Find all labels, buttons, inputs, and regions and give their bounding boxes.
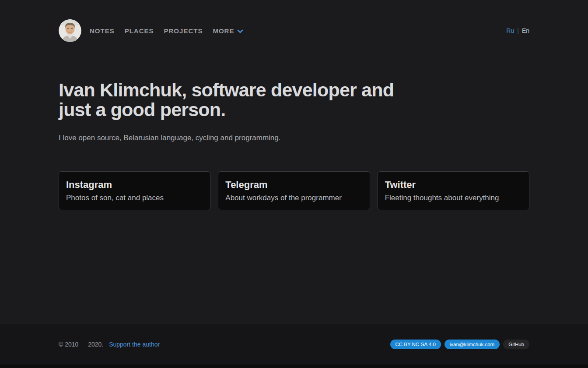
card-title: Instagram <box>66 179 203 191</box>
main-nav: NOTES PLACES PROJECTS MORE <box>90 27 243 35</box>
lang-separator: | <box>517 27 519 34</box>
lang-current-en[interactable]: En <box>522 27 529 34</box>
avatar[interactable] <box>59 19 81 42</box>
card-twitter[interactable]: Twitter Fleeting thoughts about everythi… <box>378 171 529 210</box>
social-cards: Instagram Photos of son, cat and places … <box>59 171 529 210</box>
card-telegram[interactable]: Telegram About workdays of the programme… <box>218 171 370 210</box>
email-badge[interactable]: ivan@klimchuk.com <box>444 340 500 349</box>
language-switcher: Ru | En <box>506 27 529 34</box>
nav-item-projects[interactable]: PROJECTS <box>164 27 203 35</box>
card-description: Fleeting thoughts about everything <box>385 194 522 202</box>
copyright-text: © 2010 — 2020. <box>59 341 103 348</box>
site-header: NOTES PLACES PROJECTS MORE Ru | En <box>0 0 588 42</box>
card-title: Telegram <box>225 179 362 191</box>
github-badge[interactable]: GitHub <box>503 340 529 349</box>
nav-item-more[interactable]: MORE <box>213 27 243 35</box>
lang-link-ru[interactable]: Ru <box>506 27 514 34</box>
card-description: Photos of son, cat and places <box>66 194 203 202</box>
site-footer: © 2010 — 2020. Support the author CC BY-… <box>0 324 588 364</box>
page-title: Ivan Klimchuk, software developer and ju… <box>59 80 409 120</box>
card-instagram[interactable]: Instagram Photos of son, cat and places <box>59 171 210 210</box>
avatar-image <box>59 19 81 42</box>
card-title: Twitter <box>385 179 522 191</box>
chevron-down-icon <box>237 29 243 33</box>
license-badge[interactable]: CC BY-NC-SA 4.0 <box>390 340 441 349</box>
hero-section: Ivan Klimchuk, software developer and ju… <box>59 80 529 142</box>
nav-item-notes[interactable]: NOTES <box>90 27 115 35</box>
footer-badges: CC BY-NC-SA 4.0 ivan@klimchuk.com GitHub <box>390 340 529 349</box>
nav-item-places[interactable]: PLACES <box>125 27 154 35</box>
card-description: About workdays of the programmer <box>225 194 362 202</box>
support-author-link[interactable]: Support the author <box>109 341 160 348</box>
main-area: NOTES PLACES PROJECTS MORE Ru | En <box>0 0 588 324</box>
bottom-edge-strip <box>0 364 588 368</box>
page-subtitle: I love open source, Belarusian language,… <box>59 134 529 142</box>
main-content: Ivan Klimchuk, software developer and ju… <box>59 80 529 210</box>
nav-item-more-label: MORE <box>213 27 234 35</box>
